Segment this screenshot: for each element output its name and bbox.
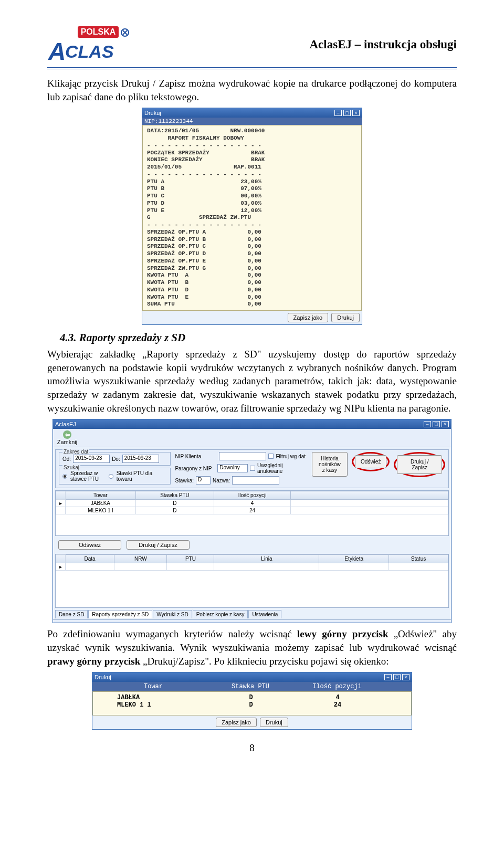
maximize-icon[interactable]: □ bbox=[343, 110, 351, 116]
print-button[interactable]: Drukuj bbox=[331, 313, 360, 322]
window-title-print: Drukuj bbox=[94, 674, 111, 680]
window-title: Drukuj bbox=[144, 110, 161, 116]
close-icon[interactable]: × bbox=[352, 110, 360, 116]
report-text: DATA:2015/01/05 NRW.000040 RAPORT FISKAL… bbox=[142, 125, 362, 311]
close-icon[interactable]: × bbox=[442, 421, 449, 427]
minimize-icon[interactable]: – bbox=[424, 421, 431, 427]
toolbar-close-label: Zamknij bbox=[57, 439, 78, 445]
close-icon[interactable]: × bbox=[402, 674, 410, 680]
include-cancelled-label: Uwzględnij anulowane bbox=[257, 462, 308, 474]
col-status: Status bbox=[389, 555, 448, 563]
section-title: Raporty sprzedaży z SD bbox=[79, 331, 185, 344]
col-stawka: Stawka PTU bbox=[135, 491, 214, 500]
tab-pobierz[interactable]: Pobierz kopie z kasy bbox=[193, 610, 248, 618]
page-header: POLSKA A CLAS AclasEJ – instrukcja obsłu… bbox=[47, 26, 457, 69]
print-row: JABŁKA D 4 bbox=[96, 694, 408, 701]
print-button-2[interactable]: Drukuj bbox=[260, 718, 288, 727]
app-toolbar: ⇦ Zamknij bbox=[53, 429, 451, 447]
radio-stawki-label: Stawki PTU dla towaru bbox=[117, 470, 167, 482]
refresh-button-2[interactable]: Odśwież bbox=[58, 540, 121, 550]
logo-top-text: POLSKA bbox=[81, 27, 116, 36]
exit-icon: ⇦ bbox=[63, 430, 71, 439]
history-button[interactable]: Historia nośników z kasy bbox=[312, 452, 348, 477]
stawka-label: Stawka: bbox=[175, 478, 194, 483]
table-row[interactable]: ▸ JABŁKA D 4 bbox=[56, 500, 448, 507]
do-input[interactable]: 2015-09-23 bbox=[122, 455, 159, 463]
minimize-icon[interactable]: – bbox=[334, 110, 342, 116]
report-window: Drukuj – □ × NIP:1112223344 DATA:2015/01… bbox=[142, 108, 362, 325]
results-table-1: Towar Stawka PTU Ilość pozycji ▸ JABŁKA … bbox=[55, 490, 449, 536]
od-input[interactable]: 2015-09-23 bbox=[73, 455, 110, 463]
logo-main-text: A bbox=[48, 38, 66, 63]
tab-wydruki[interactable]: Wydruki z SD bbox=[153, 610, 192, 618]
window-titlebar-app: AclasEJ – □ × bbox=[53, 419, 451, 429]
col-nrw: NRW bbox=[114, 555, 167, 563]
bold-prawy: prawy górny przycisk bbox=[47, 656, 140, 667]
nip-input[interactable] bbox=[219, 452, 266, 460]
stawka-select[interactable]: D bbox=[196, 476, 211, 485]
col-etykieta: Etykieta bbox=[319, 555, 389, 563]
maximize-icon[interactable]: □ bbox=[393, 674, 401, 680]
section-heading: 4.3. Raporty sprzedaży z SD bbox=[60, 331, 457, 344]
window-titlebar-print: Drukuj – □ × bbox=[92, 672, 412, 682]
svg-text:CLAS: CLAS bbox=[65, 41, 114, 61]
nazwa-input[interactable] bbox=[232, 476, 279, 485]
print-table-header: Towar Stawka PTU Ilość pozycji bbox=[92, 682, 412, 691]
print-col-towar: Towar bbox=[96, 683, 211, 690]
dates-legend: Zakres dat bbox=[62, 449, 89, 455]
window-title-app: AclasEJ bbox=[55, 421, 76, 427]
highlight-drukuj: Drukuj / Zapisz bbox=[394, 452, 445, 477]
toolbar-close-button[interactable]: ⇦ Zamknij bbox=[56, 430, 78, 445]
paragraph-intro: Klikając przycisk Drukuj / Zapisz można … bbox=[47, 77, 457, 103]
refresh-button[interactable]: Odśwież bbox=[355, 455, 386, 468]
filter-dates-label: Filtruj wg dat bbox=[276, 454, 306, 459]
print-save-button[interactable]: Drukuj / Zapisz bbox=[397, 455, 442, 474]
tab-ustawienia[interactable]: Ustawienia bbox=[248, 610, 281, 618]
szukaj-legend: Szukaj bbox=[62, 465, 80, 470]
print-table-body: JABŁKA D 4 MLEKO 1 l D 24 bbox=[92, 691, 412, 715]
print-row: MLEKO 1 l D 24 bbox=[96, 701, 408, 709]
do-label: Do: bbox=[112, 456, 120, 462]
col-ilosc: Ilość pozycji bbox=[214, 491, 291, 500]
od-label: Od: bbox=[62, 456, 71, 462]
col-linia: Linia bbox=[214, 555, 319, 563]
table-row[interactable]: MLEKO 1 l D 24 bbox=[56, 507, 448, 514]
print-col-ilosc: Ilość pozycji bbox=[290, 683, 384, 690]
tab-dane[interactable]: Dane z SD bbox=[55, 610, 88, 618]
app-tabs: Dane z SD Raporty sprzedaży z SD Wydruki… bbox=[55, 610, 449, 618]
save-as-button-2[interactable]: Zapisz jako bbox=[216, 718, 257, 727]
col-towar: Towar bbox=[66, 491, 136, 500]
section-number: 4.3. bbox=[60, 331, 77, 344]
radio-sprzedaz-label: Sprzedaż w stawce PTU bbox=[70, 470, 106, 482]
radio-sprzedaz[interactable] bbox=[62, 474, 67, 479]
print-save-button-2[interactable]: Drukuj / Zapisz bbox=[127, 540, 190, 550]
paragraph-section: Wybierając zakładkę „Raporty sprzedaży z… bbox=[47, 348, 457, 415]
include-cancelled-checkbox[interactable] bbox=[250, 466, 255, 471]
aclas-window: AclasEJ – □ × ⇦ Zamknij Zakres dat Od: 2… bbox=[52, 419, 452, 623]
bold-lewy: lewy górny przycisk bbox=[297, 628, 388, 639]
nazwa-label: Nazwa: bbox=[213, 478, 230, 483]
radio-stawki[interactable] bbox=[109, 474, 113, 479]
minimize-icon[interactable]: – bbox=[384, 674, 392, 680]
logo: POLSKA A CLAS bbox=[47, 26, 131, 63]
page-number: 8 bbox=[47, 742, 457, 754]
search-fieldset: Szukaj Sprzedaż w stawce PTU Stawki PTU … bbox=[59, 468, 171, 485]
paragraph-instructions: Po zdefiniowaniu wymaganych kryteriów na… bbox=[47, 627, 457, 668]
print-col-stawka: Stawka PTU bbox=[211, 683, 290, 690]
filter-panel: Zakres dat Od: 2015-09-23 Do: 2015-09-23… bbox=[55, 449, 449, 488]
doc-title: AclasEJ – instrukcja obsługi bbox=[309, 38, 457, 51]
tab-raporty[interactable]: Raporty sprzedaży z SD bbox=[88, 610, 152, 618]
window-titlebar: Drukuj – □ × bbox=[142, 108, 362, 118]
paragony-select[interactable]: Dowolny bbox=[217, 464, 248, 472]
save-as-button[interactable]: Zapisz jako bbox=[288, 313, 329, 322]
filter-dates-checkbox[interactable] bbox=[268, 454, 274, 459]
col-ptu: PTU bbox=[167, 555, 214, 563]
paragony-label: Paragony z NIP bbox=[175, 466, 215, 471]
table-row[interactable]: ▸ bbox=[56, 563, 448, 571]
print-result-window: Drukuj – □ × Towar Stawka PTU Ilość pozy… bbox=[92, 672, 412, 730]
col-data: Data bbox=[66, 555, 114, 563]
maximize-icon[interactable]: □ bbox=[433, 421, 440, 427]
report-nip-header: NIP:1112223344 bbox=[142, 118, 362, 125]
results-table-2: Data NRW PTU Linia Etykieta Status ▸ bbox=[55, 554, 449, 608]
nip-label: NIP Klienta bbox=[175, 454, 217, 459]
